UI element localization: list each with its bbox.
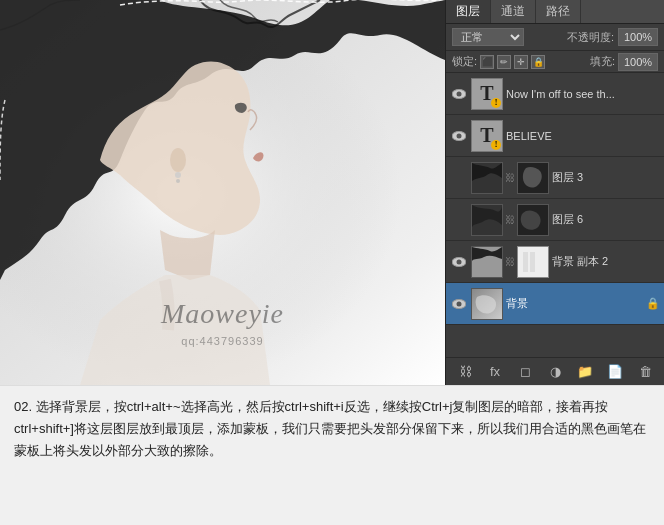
- instruction-text: 02. 选择背景层，按ctrl+alt+~选择高光，然后按ctrl+shift+…: [14, 399, 646, 458]
- bottom-text-area: 02. 选择背景层，按ctrl+alt+~选择高光，然后按ctrl+shift+…: [0, 385, 664, 525]
- fill-input[interactable]: [618, 53, 658, 71]
- lock-row: 锁定: ⬛ ✏ ✛ 🔒 填充:: [446, 51, 664, 73]
- ps-panel: 图层 通道 路径 正常 不透明度: 锁定: ⬛ ✏ ✛ 🔒 填充:: [445, 0, 664, 385]
- layer-visibility-toggle[interactable]: [450, 127, 468, 145]
- watermark-sub: qq:443796339: [181, 335, 263, 347]
- top-area: Maoweyie qq:443796339 图层 通道 路径 正常 不透明度:: [0, 0, 664, 385]
- layer-visibility-toggle[interactable]: [450, 295, 468, 313]
- layer-thumb: [471, 204, 503, 236]
- layer-thumb: [471, 246, 503, 278]
- lock-all-btn[interactable]: 🔒: [531, 55, 545, 69]
- chain-icon: ⛓: [506, 246, 514, 278]
- text-layer-thumb: T!: [471, 120, 503, 152]
- layer-mask-thumb: [517, 246, 549, 278]
- layer-name: 背景: [506, 296, 643, 311]
- layer-item[interactable]: ⛓ 图层 3: [446, 157, 664, 199]
- svg-point-3: [175, 172, 181, 178]
- layer-mask-thumb: [517, 162, 549, 194]
- group-layers-btn[interactable]: 📁: [574, 361, 596, 383]
- main-container: Maoweyie qq:443796339 图层 通道 路径 正常 不透明度:: [0, 0, 664, 525]
- layer-lock-icon: 🔒: [646, 297, 660, 311]
- layer-item[interactable]: T! Now I'm off to see th...: [446, 73, 664, 115]
- text-layer-thumb: T!: [471, 78, 503, 110]
- eye-icon: [452, 299, 466, 309]
- blend-row: 正常 不透明度:: [446, 24, 664, 51]
- link-layers-btn[interactable]: ⛓: [454, 361, 476, 383]
- panel-toolbar: ⛓ fx ◻ ◑ 📁 📄 🗑: [446, 357, 664, 385]
- eye-icon: [452, 131, 466, 141]
- watermark-text: Maoweyie: [161, 298, 284, 330]
- layer-visibility-toggle[interactable]: [450, 85, 468, 103]
- layer-name: 背景 副本 2: [552, 254, 660, 269]
- warning-badge: !: [491, 98, 501, 108]
- layers-list[interactable]: T! Now I'm off to see th... T! BELIEVE: [446, 73, 664, 357]
- opacity-input[interactable]: [618, 28, 658, 46]
- layer-item[interactable]: ⛓ 图层 6: [446, 199, 664, 241]
- layer-name: 图层 6: [552, 212, 660, 227]
- layer-name: BELIEVE: [506, 130, 660, 142]
- layer-mask-btn[interactable]: ◻: [514, 361, 536, 383]
- layer-visibility-toggle[interactable]: [450, 253, 468, 271]
- photo-area: Maoweyie qq:443796339: [0, 0, 445, 385]
- lock-label: 锁定:: [452, 54, 477, 69]
- lock-move-btn[interactable]: ✛: [514, 55, 528, 69]
- panel-tabs: 图层 通道 路径: [446, 0, 664, 24]
- svg-point-4: [176, 179, 180, 183]
- layer-item[interactable]: T! BELIEVE: [446, 115, 664, 157]
- eye-icon: [452, 257, 466, 267]
- chain-icon: ⛓: [506, 204, 514, 236]
- tab-layers[interactable]: 图层: [446, 0, 491, 23]
- new-layer-btn[interactable]: 📄: [604, 361, 626, 383]
- layer-thumb: [471, 162, 503, 194]
- lock-paint-btn[interactable]: ✏: [497, 55, 511, 69]
- blend-mode-select[interactable]: 正常: [452, 28, 524, 46]
- eye-icon: [452, 89, 466, 99]
- layer-name: 图层 3: [552, 170, 660, 185]
- chain-icon: ⛓: [506, 162, 514, 194]
- tab-paths[interactable]: 路径: [536, 0, 581, 23]
- tab-channels[interactable]: 通道: [491, 0, 536, 23]
- layer-mask-thumb: [517, 204, 549, 236]
- layer-name: Now I'm off to see th...: [506, 88, 660, 100]
- adjustment-layer-btn[interactable]: ◑: [544, 361, 566, 383]
- layer-thumb: [471, 288, 503, 320]
- layer-item[interactable]: 背景 🔒: [446, 283, 664, 325]
- svg-rect-5: [472, 163, 502, 193]
- layer-item[interactable]: ⛓ 背景 副本 2: [446, 241, 664, 283]
- opacity-label: 不透明度:: [567, 30, 614, 45]
- svg-point-2: [170, 148, 186, 172]
- layer-style-btn[interactable]: fx: [484, 361, 506, 383]
- lock-transparent-btn[interactable]: ⬛: [480, 55, 494, 69]
- delete-layer-btn[interactable]: 🗑: [634, 361, 656, 383]
- warning-badge: !: [491, 140, 501, 150]
- fill-label: 填充:: [590, 54, 615, 69]
